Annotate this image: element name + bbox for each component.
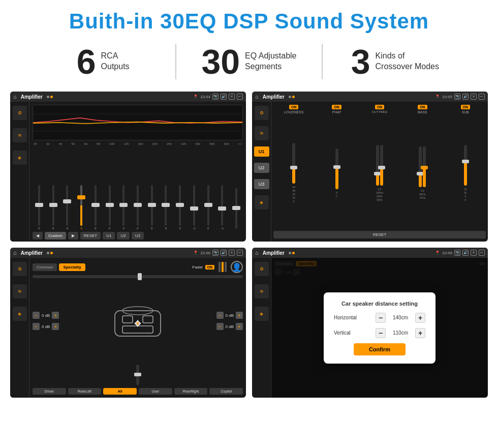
minus-btn-fl[interactable]: − — [33, 312, 40, 319]
horizontal-plus-btn[interactable]: + — [415, 313, 425, 323]
confirm-button[interactable]: Confirm — [354, 343, 406, 355]
eq-slider-1[interactable]: 0 — [33, 185, 46, 230]
camera-icon-3[interactable]: 📷 — [212, 250, 219, 256]
horizontal-minus-btn[interactable]: − — [376, 313, 386, 323]
eq-slider-15[interactable] — [230, 188, 243, 230]
eq-slider-8[interactable]: 0 — [131, 185, 144, 230]
db-value-rl: 0 dB — [42, 324, 50, 329]
driver-btn[interactable]: Driver — [33, 388, 66, 395]
back-icon-4[interactable]: ↩ — [479, 250, 485, 256]
common-tab[interactable]: Common — [33, 263, 57, 271]
home-icon[interactable]: ⌂ — [13, 94, 17, 100]
back-icon-2[interactable]: ↩ — [479, 94, 485, 100]
rearright-btn[interactable]: RearRight — [174, 388, 208, 395]
close-icon[interactable]: ✕ — [229, 94, 235, 100]
eq-reset-btn[interactable]: RESET — [80, 232, 101, 240]
eq-slider-4[interactable]: 5 — [75, 185, 88, 230]
user-btn[interactable]: User — [139, 388, 172, 395]
volume-icon-3[interactable]: 🔊 — [221, 250, 227, 256]
plus-btn-fl[interactable]: + — [52, 312, 59, 319]
on-badge-sub[interactable]: ON — [461, 105, 471, 109]
on-badge-loudness[interactable]: ON — [289, 105, 299, 109]
home-icon-4[interactable]: ⌂ — [255, 250, 259, 256]
close-icon-3[interactable]: ✕ — [229, 250, 235, 256]
eq-sidebar-btn1[interactable]: ⚙ — [13, 106, 27, 120]
eq-u1-btn[interactable]: U1 — [103, 232, 115, 240]
screen1-main: 2532405063 80100125160200 25032040050063… — [29, 102, 246, 242]
eq-slider-2[interactable]: 0 — [47, 185, 60, 230]
vertical-plus-btn[interactable]: + — [415, 328, 425, 338]
v-slider-cutfreq-f[interactable] — [376, 145, 379, 186]
copilot-btn[interactable]: Copilot — [209, 388, 243, 395]
fader-sidebar-btn2[interactable]: ≋ — [13, 284, 27, 298]
camera-icon-4[interactable]: 📷 — [454, 250, 460, 256]
u1-btn[interactable]: U1 — [254, 146, 269, 157]
svg-marker-12 — [139, 321, 141, 325]
eq-play-btn[interactable]: ▶ — [68, 232, 78, 240]
eq-slider-11[interactable]: 0 — [173, 185, 186, 230]
on-badge-phat[interactable]: ON — [332, 105, 341, 109]
close-icon-2[interactable]: ✕ — [471, 94, 477, 100]
u3-btn[interactable]: U3 — [254, 179, 269, 189]
minus-btn-rr[interactable]: − — [216, 323, 224, 330]
eq-custom-btn[interactable]: Custom — [45, 232, 66, 240]
all-btn[interactable]: All — [103, 388, 137, 395]
minus-btn-rl[interactable]: − — [33, 323, 40, 330]
eq-slider-10[interactable]: 0 — [160, 185, 173, 230]
eq-slider-9[interactable]: 0 — [145, 185, 159, 230]
crossover-sidebar-btn1[interactable]: ⚙ — [255, 106, 269, 120]
plus-btn-fr[interactable]: + — [236, 312, 243, 319]
on-badge-cutfreq[interactable]: ON — [375, 105, 385, 109]
h-slider[interactable] — [33, 275, 243, 278]
eq-slider-3[interactable]: 0 — [60, 185, 74, 230]
eq-slider-6[interactable]: 0 — [103, 185, 116, 230]
vertical-minus-btn[interactable]: − — [376, 328, 386, 338]
eq-prev-btn[interactable]: ◀ — [33, 232, 43, 240]
camera-icon-2[interactable]: 📷 — [454, 94, 460, 100]
on-badge-bass[interactable]: ON — [418, 105, 427, 109]
u2-btn[interactable]: U2 — [254, 163, 269, 173]
fader-toggle[interactable]: ON — [205, 265, 215, 270]
v-slider-sub[interactable] — [464, 145, 467, 186]
status-dots-4 — [289, 252, 295, 254]
eq-slider-5[interactable]: 0 — [89, 185, 102, 230]
rearleft-btn[interactable]: RearLeft — [68, 388, 102, 395]
v-slider-bass-g[interactable] — [423, 146, 426, 187]
plus-btn-rl[interactable]: + — [52, 323, 59, 330]
eq-u2-btn[interactable]: U2 — [117, 232, 129, 240]
eq-u3-btn[interactable]: U3 — [132, 232, 144, 240]
back-icon[interactable]: ↩ — [237, 94, 243, 100]
dist-sidebar-btn1[interactable]: ⚙ — [255, 262, 269, 276]
eq-slider-12[interactable]: -1 — [188, 185, 201, 230]
crossover-sidebar-btn2[interactable]: ≋ — [255, 126, 269, 140]
volume-icon-2[interactable]: 🔊 — [462, 94, 469, 100]
eq-sidebar-btn3[interactable]: ◈ — [13, 151, 27, 165]
eq-sidebar-btn2[interactable]: ≋ — [13, 128, 27, 142]
close-icon-4[interactable]: ✕ — [471, 250, 477, 256]
volume-icon-4[interactable]: 🔊 — [462, 250, 469, 256]
fader-sidebar-btn3[interactable]: ◈ — [13, 307, 27, 321]
eq-slider-14[interactable]: -1 — [216, 185, 229, 230]
location-icon-4: 📍 — [435, 251, 440, 255]
dot4 — [292, 96, 295, 98]
plus-btn-rr[interactable]: + — [236, 323, 243, 330]
dist-sidebar-btn3[interactable]: ◈ — [255, 307, 269, 321]
camera-icon[interactable]: 📷 — [212, 94, 219, 100]
eq-slider-13[interactable]: 0 — [202, 185, 215, 230]
v-slider-cutfreq-g[interactable] — [380, 145, 383, 186]
crossover-reset-btn[interactable]: RESET — [273, 231, 486, 238]
volume-icon[interactable]: 🔊 — [221, 94, 227, 100]
home-icon-3[interactable]: ⌂ — [13, 250, 17, 256]
specialty-tab[interactable]: Specialty — [59, 263, 85, 271]
minus-btn-fr[interactable]: − — [216, 312, 224, 319]
fader-sidebar-btn1[interactable]: ⚙ — [13, 262, 27, 276]
profile-icon[interactable]: 👤 — [231, 261, 243, 273]
eq-slider-7[interactable]: 0 — [117, 185, 130, 230]
crossover-sidebar-btn3[interactable]: ◈ — [255, 195, 269, 210]
v-fader-track[interactable] — [136, 365, 139, 385]
home-icon-2[interactable]: ⌂ — [255, 94, 259, 100]
v-slider-loudness[interactable] — [292, 143, 295, 184]
dist-sidebar-btn2[interactable]: ≋ — [255, 284, 269, 298]
v-slider-phat[interactable] — [335, 148, 338, 189]
back-icon-3[interactable]: ↩ — [237, 250, 243, 256]
